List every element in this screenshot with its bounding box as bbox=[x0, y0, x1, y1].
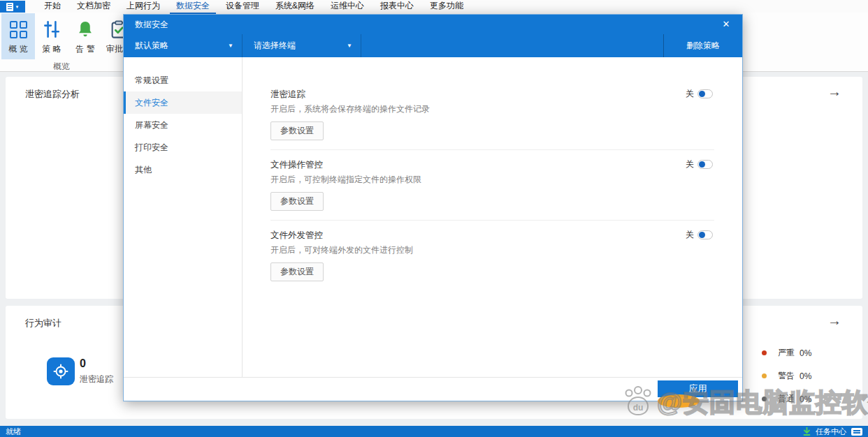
pie-chart-fragment bbox=[658, 394, 700, 408]
setting-leak-tracking: 泄密追踪 关 开启后，系统将会保存终端的操作文件记录 参数设置 bbox=[270, 87, 714, 150]
card-title: 泄密追踪分析 bbox=[25, 88, 80, 101]
tab-more-features[interactable]: 更多功能 bbox=[422, 0, 471, 14]
setting-desc: 开启后，系统将会保存终端的操作文件记录 bbox=[270, 104, 714, 114]
document-icon bbox=[6, 3, 13, 11]
arrow-right-icon[interactable]: → bbox=[827, 313, 841, 329]
dialog-body: 常规设置 文件安全 屏幕安全 打印安全 其他 泄密追踪 关 开启后，系统将会保存… bbox=[124, 57, 742, 377]
task-center-button[interactable]: 任务中心 bbox=[816, 427, 846, 437]
app-menu-button[interactable]: ▼ bbox=[0, 1, 25, 13]
delete-policy-button[interactable]: 删除策略 bbox=[663, 34, 742, 57]
ribbon-item-label: 告 警 bbox=[75, 43, 94, 55]
download-arrow-icon bbox=[803, 427, 811, 436]
leak-tracking-toggle[interactable]: 关 bbox=[686, 88, 713, 100]
nav-item-screen-security[interactable]: 屏幕安全 bbox=[124, 114, 242, 136]
tab-web-behavior[interactable]: 上网行为 bbox=[119, 0, 168, 14]
keyboard-icon[interactable] bbox=[851, 428, 862, 436]
setting-title: 文件外发管控 bbox=[270, 230, 323, 240]
terminal-dropdown[interactable]: 请选择终端 ▼ bbox=[243, 34, 361, 57]
bell-icon bbox=[75, 20, 95, 39]
tab-ops-center[interactable]: 运维中心 bbox=[323, 0, 372, 14]
setting-title: 文件操作管控 bbox=[270, 160, 323, 170]
dialog-titlebar: 数据安全 ✕ bbox=[124, 15, 742, 34]
chevron-down-icon: ▼ bbox=[228, 43, 233, 49]
tab-doc-encrypt[interactable]: 文档加密 bbox=[69, 0, 118, 14]
dialog-footer: 应用 bbox=[124, 377, 742, 401]
toggle-switch-icon bbox=[697, 89, 713, 98]
toolbar-spacer bbox=[361, 34, 663, 57]
nav-item-print-security[interactable]: 打印安全 bbox=[124, 136, 242, 158]
setting-file-outgoing: 文件外发管控 关 开启后，可对终端外发的文件进行控制 参数设置 bbox=[270, 221, 714, 290]
close-icon[interactable]: ✕ bbox=[717, 15, 735, 34]
ribbon-item-policy[interactable]: 策 略 bbox=[35, 13, 68, 59]
tab-device-mgmt[interactable]: 设备管理 bbox=[218, 0, 267, 14]
stat-value: 0 bbox=[80, 357, 86, 370]
setting-file-operation: 文件操作管控 关 开启后，可控制终端指定文件的操作权限 参数设置 bbox=[270, 150, 714, 221]
target-icon bbox=[47, 357, 75, 385]
nav-item-general[interactable]: 常规设置 bbox=[124, 69, 242, 91]
ribbon-group-label: 概览 bbox=[0, 61, 123, 73]
nav-item-other[interactable]: 其他 bbox=[124, 158, 242, 181]
tab-data-security[interactable]: 数据安全 bbox=[168, 0, 217, 14]
card-title: 行为审计 bbox=[25, 317, 62, 329]
policy-dropdown[interactable]: 默认策略 ▼ bbox=[124, 34, 243, 57]
sliders-icon bbox=[42, 20, 62, 39]
caret-down-icon: ▼ bbox=[15, 5, 20, 9]
stat-label: 泄密追踪 bbox=[80, 373, 113, 385]
dialog-toolbar: 默认策略 ▼ 请选择终端 ▼ 删除策略 bbox=[124, 34, 742, 57]
tab-report-center[interactable]: 报表中心 bbox=[372, 0, 421, 14]
nav-item-file-security[interactable]: 文件安全 bbox=[124, 91, 242, 114]
ribbon-item-label: 概 览 bbox=[8, 43, 27, 55]
toggle-switch-icon bbox=[697, 230, 713, 239]
toggle-switch-icon bbox=[697, 160, 713, 169]
menu-tabs: 开始 文档加密 上网行为 数据安全 设备管理 系统&网络 运维中心 报表中心 更… bbox=[36, 0, 472, 14]
arrow-right-icon[interactable]: → bbox=[827, 84, 841, 100]
menu-bar: ▼ 开始 文档加密 上网行为 数据安全 设备管理 系统&网络 运维中心 报表中心… bbox=[0, 0, 868, 13]
dialog-nav: 常规设置 文件安全 屏幕安全 打印安全 其他 bbox=[124, 57, 243, 377]
warning-dot-icon bbox=[762, 373, 767, 378]
data-security-dialog: 数据安全 ✕ 默认策略 ▼ 请选择终端 ▼ 删除策略 常规设置 文件安全 屏幕安… bbox=[123, 14, 743, 401]
ribbon-item-label: 策 略 bbox=[42, 43, 61, 55]
tab-system-network[interactable]: 系统&网络 bbox=[268, 0, 322, 14]
legend-item-severe: 严重 0% bbox=[762, 347, 811, 359]
param-settings-button[interactable]: 参数设置 bbox=[270, 121, 324, 140]
ribbon-item-alert[interactable]: 告 警 bbox=[68, 13, 102, 59]
ribbon-item-overview[interactable]: 概 览 bbox=[1, 13, 35, 59]
param-settings-button[interactable]: 参数设置 bbox=[270, 262, 324, 281]
legend-item-warning: 警告 0% bbox=[762, 370, 811, 382]
file-outgoing-toggle[interactable]: 关 bbox=[686, 229, 713, 241]
legend-item-normal: 普通 0% bbox=[762, 393, 811, 405]
grid-icon bbox=[10, 21, 27, 38]
param-settings-button[interactable]: 参数设置 bbox=[270, 192, 324, 211]
chevron-down-icon: ▼ bbox=[347, 43, 352, 49]
normal-dot-icon bbox=[762, 397, 767, 401]
setting-desc: 开启后，可对终端外发的文件进行控制 bbox=[270, 245, 714, 255]
tab-start[interactable]: 开始 bbox=[36, 0, 68, 14]
app-window: ▼ 开始 文档加密 上网行为 数据安全 设备管理 系统&网络 运维中心 报表中心… bbox=[0, 0, 868, 437]
file-operation-toggle[interactable]: 关 bbox=[686, 158, 713, 170]
severe-dot-icon bbox=[762, 350, 767, 355]
dialog-title: 数据安全 bbox=[135, 20, 168, 29]
dialog-content: 泄密追踪 关 开启后，系统将会保存终端的操作文件记录 参数设置 文件操作管控 关 bbox=[243, 57, 742, 377]
status-bar: 就绪 任务中心 bbox=[0, 426, 868, 437]
status-text: 就绪 bbox=[6, 427, 21, 437]
setting-title: 泄密追踪 bbox=[270, 89, 305, 99]
setting-desc: 开启后，可控制终端指定文件的操作权限 bbox=[270, 175, 714, 185]
